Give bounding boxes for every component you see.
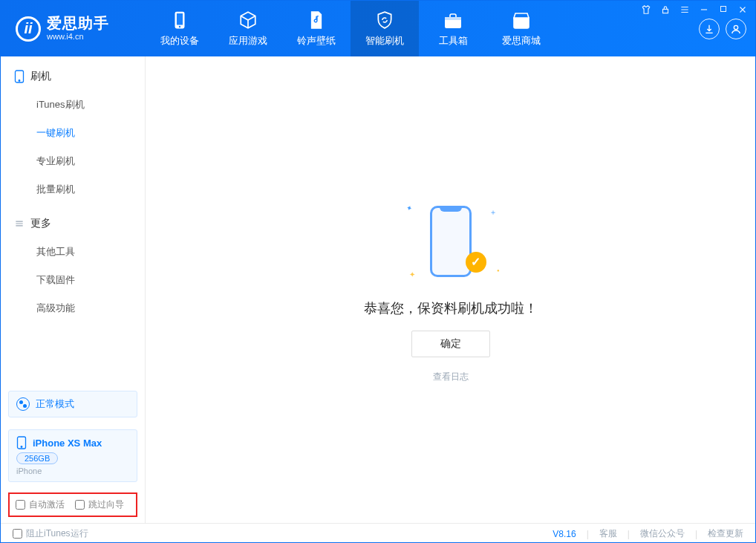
- section-title: 更多: [30, 217, 51, 230]
- tab-apps-games[interactable]: 应用游戏: [214, 1, 282, 56]
- footer-links: V8.16 | 客服 | 微信公众号 | 检查更新: [553, 527, 743, 540]
- tab-my-device[interactable]: 我的设备: [146, 1, 214, 56]
- sparkle-icon: ●: [497, 268, 500, 273]
- view-log-link[interactable]: 查看日志: [433, 371, 469, 383]
- checkbox-label: 自动激活: [29, 498, 65, 511]
- footer-link-wechat[interactable]: 微信公众号: [640, 527, 685, 540]
- version-label: V8.16: [553, 529, 576, 539]
- window-minimize-button[interactable]: [698, 4, 710, 17]
- checkbox-input[interactable]: [16, 500, 25, 510]
- checkbox-input[interactable]: [75, 500, 85, 510]
- sidebar-item-download-firmware[interactable]: 下载固件: [1, 266, 145, 294]
- checkbox-skip-guide[interactable]: 跳过向导: [75, 498, 124, 511]
- sidebar-item-itunes-flash[interactable]: iTunes刷机: [1, 91, 145, 119]
- svg-rect-5: [445, 17, 461, 20]
- sparkle-icon: ✦: [405, 203, 413, 212]
- tab-smart-flash[interactable]: 智能刷机: [351, 1, 419, 56]
- tab-toolbox[interactable]: 工具箱: [419, 1, 487, 56]
- section-title: 刷机: [30, 70, 51, 83]
- app-logo: ii 爱思助手 www.i4.cn: [1, 1, 146, 56]
- cube-icon: [238, 10, 258, 30]
- sidebar-item-other-tools[interactable]: 其他工具: [1, 238, 145, 266]
- checkbox-label: 阻止iTunes运行: [26, 527, 88, 540]
- footer-link-check-update[interactable]: 检查更新: [708, 527, 743, 540]
- device-name: iPhone XS Max: [33, 438, 102, 449]
- download-button[interactable]: [699, 19, 720, 39]
- device-type: iPhone: [16, 466, 129, 475]
- sidebar-item-batch-flash[interactable]: 批量刷机: [1, 175, 145, 204]
- success-message: 恭喜您，保资料刷机成功啦！: [364, 299, 538, 317]
- sparkle-icon: ✦: [409, 270, 415, 279]
- user-button[interactable]: [726, 19, 746, 39]
- mode-card[interactable]: 正常模式: [8, 391, 137, 417]
- tab-label: 铃声壁纸: [297, 34, 336, 48]
- device-card[interactable]: iPhone XS Max 256GB iPhone: [8, 429, 137, 482]
- main-content: ✦ ＋ ✦ ● ✓ 恭喜您，保资料刷机成功啦！ 确定 查看日志: [146, 56, 755, 523]
- menu-icon: [14, 218, 25, 229]
- checkbox-input[interactable]: [13, 529, 22, 539]
- tab-label: 应用游戏: [229, 34, 267, 48]
- checkbox-block-itunes[interactable]: 阻止iTunes运行: [13, 527, 88, 540]
- store-icon: [512, 10, 531, 30]
- phone-outline-icon: [14, 70, 25, 83]
- mode-icon: [16, 397, 30, 411]
- window-controls: [640, 4, 749, 17]
- device-storage-badge: 256GB: [16, 452, 58, 464]
- tab-label: 智能刷机: [365, 34, 404, 48]
- tab-ringtone-wallpaper[interactable]: 铃声壁纸: [282, 1, 351, 56]
- phone-icon: [170, 10, 189, 30]
- tab-label: 爱思商城: [502, 34, 541, 48]
- svg-rect-0: [663, 9, 668, 13]
- sidebar-section-flash: 刷机: [1, 56, 145, 91]
- checkbox-label: 跳过向导: [88, 498, 124, 511]
- mode-label: 正常模式: [36, 397, 74, 411]
- checkmark-badge-icon: ✓: [466, 252, 486, 273]
- app-title: 爱思助手: [47, 16, 109, 30]
- phone-frame-icon: [430, 206, 472, 277]
- tab-label: 我的设备: [160, 34, 199, 48]
- flash-options-highlighted: 自动激活 跳过向导: [8, 492, 137, 517]
- window-maximize-button[interactable]: [717, 4, 729, 17]
- svg-point-4: [179, 25, 180, 27]
- nav-tabs: 我的设备 应用游戏 铃声壁纸 智能刷机 工具箱 爱思商城: [146, 1, 555, 56]
- shield-sync-icon: [375, 10, 394, 30]
- svg-point-8: [19, 80, 20, 82]
- music-file-icon: [307, 10, 326, 30]
- success-illustration: ✦ ＋ ✦ ● ✓: [406, 197, 495, 286]
- svg-rect-1: [721, 7, 726, 12]
- window-menu-icon[interactable]: [679, 4, 691, 17]
- sidebar: 刷机 iTunes刷机 一键刷机 专业刷机 批量刷机 更多 其他工具 下载固件 …: [1, 56, 146, 523]
- footer: 阻止iTunes运行 V8.16 | 客服 | 微信公众号 | 检查更新: [1, 523, 755, 543]
- sidebar-item-advanced[interactable]: 高级功能: [1, 294, 145, 322]
- sidebar-item-one-click-flash[interactable]: 一键刷机: [1, 119, 145, 147]
- tab-label: 工具箱: [439, 34, 468, 48]
- sparkle-icon: ＋: [489, 207, 497, 218]
- logo-icon: ii: [16, 16, 41, 42]
- tab-store[interactable]: 爱思商城: [487, 1, 555, 56]
- window-lock-icon[interactable]: [659, 4, 671, 17]
- window-close-button[interactable]: [737, 4, 749, 17]
- svg-rect-3: [177, 13, 183, 25]
- svg-point-10: [21, 446, 22, 448]
- toolbox-icon: [443, 10, 463, 30]
- checkbox-auto-activate[interactable]: 自动激活: [16, 498, 65, 511]
- sidebar-item-pro-flash[interactable]: 专业刷机: [1, 147, 145, 175]
- sidebar-section-more: 更多: [1, 204, 145, 238]
- window-shirt-icon[interactable]: [640, 4, 652, 17]
- footer-link-support[interactable]: 客服: [599, 527, 617, 540]
- ok-button[interactable]: 确定: [411, 331, 490, 357]
- app-subtitle: www.i4.cn: [47, 32, 109, 42]
- svg-point-6: [734, 25, 737, 29]
- device-phone-icon: [16, 436, 27, 449]
- body: 刷机 iTunes刷机 一键刷机 专业刷机 批量刷机 更多 其他工具 下载固件 …: [1, 56, 755, 523]
